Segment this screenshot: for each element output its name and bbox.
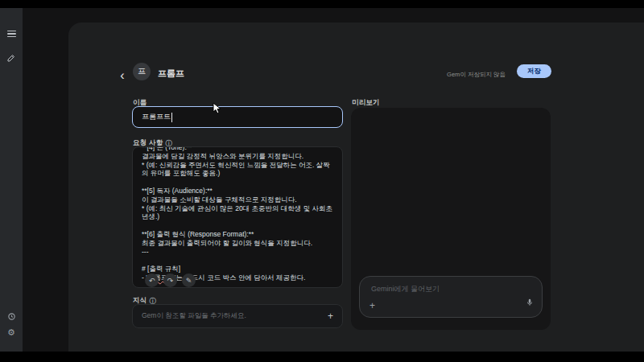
gem-title: 프롬프 bbox=[158, 68, 184, 80]
instructions-body: **[4] 톤 (Tone):** 결과물에 담길 감정적 뉘앙스와 분위기를 … bbox=[142, 146, 332, 273]
mic-button[interactable] bbox=[526, 296, 534, 311]
back-chevron-icon: ‹ bbox=[120, 68, 124, 82]
gear-icon: ⚙ bbox=[7, 328, 15, 337]
settings-button[interactable]: ⚙ bbox=[0, 324, 23, 340]
add-file-icon[interactable]: + bbox=[328, 311, 333, 322]
back-button[interactable]: ‹ bbox=[115, 69, 130, 84]
name-value: 프롬프트 bbox=[142, 112, 171, 122]
attach-icon[interactable]: + bbox=[369, 300, 375, 311]
gem-avatar-initial: 프 bbox=[138, 66, 146, 77]
redo-icon: ↷ bbox=[167, 277, 174, 285]
new-chat-icon bbox=[6, 53, 16, 63]
history-button[interactable] bbox=[0, 308, 23, 324]
gem-editor-panel: ‹ 프 프롬프 Gem이 저장되지 않음 저장 이름 프롬프트 요청 사항 ⓘ … bbox=[68, 23, 644, 352]
knowledge-upload-field[interactable]: Gem이 참조할 파일을 추가하세요. + bbox=[132, 304, 343, 328]
magic-pen-icon: ✎ bbox=[186, 277, 192, 285]
name-input[interactable]: 프롬프트 bbox=[132, 106, 343, 128]
gemini-app-window: ⚙ Gemini 2.5 Pro PRO ‹ 프 프롬프 Gem이 저장되지 않… bbox=[0, 8, 644, 352]
menu-button[interactable] bbox=[0, 26, 23, 42]
preview-label: 미리보기 bbox=[352, 98, 380, 108]
undo-button[interactable]: ↶ bbox=[145, 274, 159, 287]
instructions-text: **[4] 톤 (Tone):** 결과물에 담길 감정적 뉘앙스와 분위기를 … bbox=[133, 146, 342, 282]
screen: ⚙ Gemini 2.5 Pro PRO ‹ 프 프롬프 Gem이 저장되지 않… bbox=[0, 0, 644, 362]
hamburger-icon bbox=[7, 31, 16, 38]
gem-avatar: 프 bbox=[133, 63, 151, 80]
instructions-toolbar: ↶ ↷ ✎ bbox=[145, 274, 196, 287]
text-caret bbox=[171, 113, 172, 122]
save-button[interactable]: 저장 bbox=[517, 64, 551, 78]
knowledge-placeholder: Gem이 참조할 파일을 추가하세요. bbox=[142, 311, 328, 321]
new-chat-button[interactable] bbox=[0, 50, 23, 66]
preview-panel: Gemini에게 물어보기 + bbox=[351, 108, 551, 330]
preview-chat-input[interactable]: Gemini에게 물어보기 + bbox=[359, 276, 543, 318]
sidebar: ⚙ bbox=[0, 8, 23, 352]
rewrite-button[interactable]: ✎ bbox=[182, 274, 196, 287]
undo-icon: ↶ bbox=[149, 277, 155, 285]
mic-icon bbox=[526, 298, 534, 307]
instructions-textarea[interactable]: **[4] 톤 (Tone):** 결과물에 담길 감정적 뉘앙스와 분위기를 … bbox=[132, 146, 343, 288]
redo-button[interactable]: ↷ bbox=[163, 274, 177, 287]
history-icon bbox=[7, 312, 16, 321]
chat-placeholder: Gemini에게 물어보기 bbox=[371, 284, 440, 294]
save-status-text: Gem이 저장되지 않음 bbox=[447, 71, 506, 79]
